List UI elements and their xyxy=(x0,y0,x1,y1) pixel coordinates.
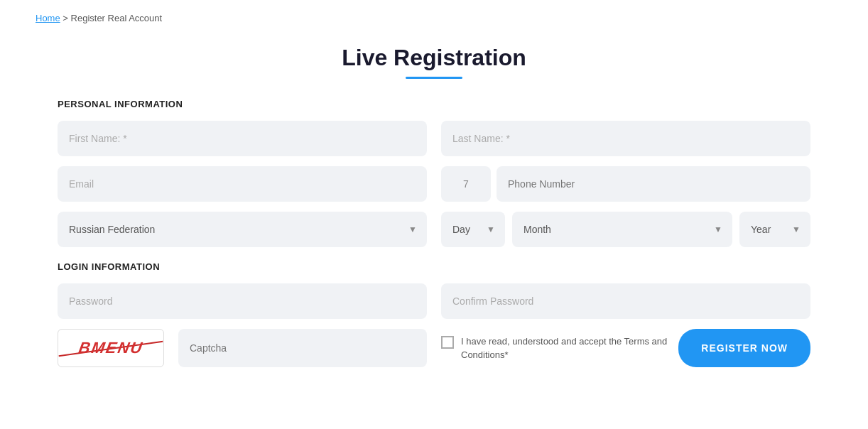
terms-register-col: I have read, understood and accept the T… xyxy=(441,329,810,367)
phone-row xyxy=(441,166,810,202)
registration-form: PERSONAL INFORMATION Russian Federation xyxy=(36,99,832,367)
country-dob-row: Russian Federation ▼ Day 123 ▼ Month Jan… xyxy=(58,212,810,247)
register-now-button[interactable]: REGISTER NOW xyxy=(678,329,810,367)
password-row xyxy=(58,283,810,319)
last-name-input[interactable] xyxy=(441,121,810,156)
country-col: Russian Federation ▼ xyxy=(58,212,427,247)
breadcrumb-current: Register Real Account xyxy=(71,13,163,23)
password-col xyxy=(58,283,427,319)
title-underline xyxy=(406,77,462,79)
confirm-password-input[interactable] xyxy=(441,283,810,319)
login-section-divider: LOGIN INFORMATION xyxy=(58,261,810,272)
breadcrumb: Home > Register Real Account xyxy=(0,0,868,23)
login-info-label: LOGIN INFORMATION xyxy=(58,261,810,272)
captcha-input[interactable] xyxy=(178,329,427,367)
breadcrumb-separator: > xyxy=(63,13,70,23)
dob-col: Day 123 ▼ Month JanuaryFebruaryMarch Apr… xyxy=(441,212,810,247)
first-name-input[interactable] xyxy=(58,121,427,156)
confirm-password-col xyxy=(441,283,810,319)
personal-info-label: PERSONAL INFORMATION xyxy=(58,99,810,109)
page-title-section: Live Registration xyxy=(0,45,868,79)
month-select-wrap: Month JanuaryFebruaryMarch AprilMayJune … xyxy=(512,212,732,247)
day-select[interactable]: Day 123 xyxy=(441,212,505,247)
email-col xyxy=(58,166,427,202)
month-select[interactable]: Month JanuaryFebruaryMarch AprilMayJune xyxy=(512,212,732,247)
captcha-terms-row: BMENU I have read, understood and accept… xyxy=(58,329,810,367)
email-phone-row xyxy=(58,166,810,202)
password-input[interactable] xyxy=(58,283,427,319)
breadcrumb-home-link[interactable]: Home xyxy=(36,13,60,23)
email-input[interactable] xyxy=(58,166,427,202)
captcha-col: BMENU xyxy=(58,329,427,367)
phone-number-input[interactable] xyxy=(497,166,810,202)
captcha-display-text: BMENU xyxy=(77,339,144,357)
name-row xyxy=(58,121,810,156)
country-select[interactable]: Russian Federation xyxy=(58,212,427,247)
year-select[interactable]: Year 200019901980 xyxy=(739,212,810,247)
captcha-row: BMENU xyxy=(58,329,427,367)
first-name-col xyxy=(58,121,427,156)
terms-wrap: I have read, understood and accept the T… xyxy=(441,335,668,362)
terms-checkbox[interactable] xyxy=(441,336,454,349)
page-title: Live Registration xyxy=(0,45,868,71)
country-select-wrap: Russian Federation ▼ xyxy=(58,212,427,247)
phone-col xyxy=(441,166,810,202)
terms-text: I have read, understood and accept the T… xyxy=(461,335,668,362)
captcha-image: BMENU xyxy=(58,329,164,367)
phone-code-input[interactable] xyxy=(441,166,491,202)
day-select-wrap: Day 123 ▼ xyxy=(441,212,505,247)
last-name-col xyxy=(441,121,810,156)
dob-row: Day 123 ▼ Month JanuaryFebruaryMarch Apr… xyxy=(441,212,810,247)
year-select-wrap: Year 200019901980 ▼ xyxy=(739,212,810,247)
